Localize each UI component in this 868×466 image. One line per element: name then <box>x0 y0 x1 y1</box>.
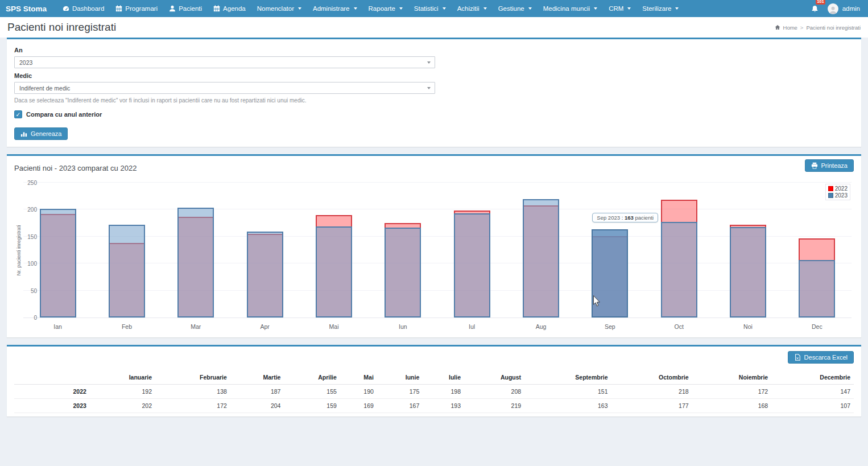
bar-2023-noi[interactable] <box>730 227 766 317</box>
download-excel-button[interactable]: Descarca Excel <box>788 351 854 364</box>
user-menu[interactable]: admin <box>828 3 860 14</box>
y-axis-tick-label: 100 <box>24 261 37 267</box>
download-excel-label: Descarca Excel <box>804 354 848 361</box>
compare-checkbox-label: Compara cu anul anterior <box>26 111 102 118</box>
chevron-down-icon <box>427 61 431 64</box>
nav-item-programari[interactable]: Programari <box>110 0 163 17</box>
nav-item-label: Sterilizare <box>642 5 671 12</box>
x-axis-tick-label: Sep <box>605 323 615 330</box>
nav-item-achizitii[interactable]: Achizitii <box>452 0 493 17</box>
table-panel: Descarca Excel IanuarieFebruarieMartieAp… <box>7 345 861 416</box>
table-cell: 159 <box>284 399 340 413</box>
calendar-icon <box>213 5 220 12</box>
table-cell: 193 <box>423 399 464 413</box>
bar-2023-apr[interactable] <box>247 232 283 317</box>
nav-item-gestiune[interactable]: Gestiune <box>493 0 538 17</box>
x-axis-tick-label: Oct <box>674 323 683 330</box>
nav-item-label: CRM <box>609 5 623 12</box>
navbar-menu: DashboardProgramariPacientiAgendaNomencl… <box>57 0 684 17</box>
tooltip-text: Sep 2023 : <box>597 215 625 221</box>
bar-2023-oct[interactable] <box>661 222 697 317</box>
report-filter-panel: An 2023 Medic Indiferent de medic Daca s… <box>7 38 861 147</box>
bar-chart-icon <box>20 130 27 137</box>
table-column-header: Aprilie <box>284 370 340 385</box>
table-cell: 202 <box>90 399 155 413</box>
table-row: 2022192138187155190175198208151218172147 <box>14 385 854 399</box>
table-cell: 169 <box>340 399 377 413</box>
print-button[interactable]: Printeaza <box>805 159 854 172</box>
gridline <box>23 290 852 291</box>
bar-2023-iun[interactable] <box>385 228 421 317</box>
nav-item-label: Medicina muncii <box>543 5 590 12</box>
nav-item-label: Programari <box>125 5 158 12</box>
medic-select[interactable]: Indiferent de medic <box>14 82 435 94</box>
gridline <box>23 209 852 209</box>
bar-2023-mar[interactable] <box>177 208 214 317</box>
nav-item-dashboard[interactable]: Dashboard <box>57 0 110 17</box>
x-axis-tick-label: Apr <box>260 323 269 330</box>
nav-item-pacienti[interactable]: Pacienti <box>163 0 208 17</box>
year-select-value: 2023 <box>19 59 32 66</box>
table-column-header: Decembrie <box>771 370 854 385</box>
tooltip-text: pacienti <box>634 215 654 221</box>
table-column-header: August <box>464 370 524 385</box>
notifications-button[interactable]: 101 <box>811 3 819 15</box>
breadcrumb-separator: > <box>800 24 804 31</box>
table-cell: 187 <box>230 385 284 399</box>
excel-file-icon <box>794 354 801 361</box>
nav-item-rapoarte[interactable]: Rapoarte <box>363 0 408 17</box>
table-column-header: Ianuarie <box>90 370 155 385</box>
chevron-down-icon <box>354 7 357 10</box>
chart-panel: Pacienti noi - 2023 comparat cu 2022 Pri… <box>7 154 861 337</box>
nav-item-administrare[interactable]: Administrare <box>307 0 363 17</box>
chevron-down-icon <box>528 7 532 10</box>
nav-item-label: Pacienti <box>179 5 202 12</box>
bar-2023-feb[interactable] <box>109 225 145 317</box>
table-corner-cell <box>14 370 90 385</box>
chevron-down-icon <box>594 7 597 10</box>
bar-2023-mai[interactable] <box>316 226 352 317</box>
compare-checkbox-row[interactable]: ✓ Compara cu anul anterior <box>14 110 854 118</box>
table-cell: 204 <box>230 399 284 413</box>
bar-2023-ian[interactable] <box>40 209 76 317</box>
nav-item-label: Statistici <box>414 5 439 12</box>
nav-item-nomenclator[interactable]: Nomenclator <box>251 0 307 17</box>
nav-item-crm[interactable]: CRM <box>603 0 636 17</box>
year-select[interactable]: 2023 <box>14 56 435 68</box>
gridline <box>23 263 852 263</box>
table-cell: 167 <box>377 399 423 413</box>
table-cell: 155 <box>284 385 340 399</box>
generate-button[interactable]: Genereaza <box>14 127 68 140</box>
table-header-row: IanuarieFebruarieMartieAprilieMaiIunieIu… <box>14 370 854 385</box>
bar-2023-iul[interactable] <box>454 213 490 317</box>
breadcrumb-home[interactable]: Home <box>783 24 797 31</box>
legend-swatch-2022 <box>828 186 833 191</box>
generate-button-label: Genereaza <box>31 130 61 137</box>
table-row-label: 2023 <box>14 399 90 413</box>
bar-2023-dec[interactable] <box>799 260 835 317</box>
table-cell: 138 <box>155 385 230 399</box>
table-cell: 172 <box>155 399 230 413</box>
compare-checkbox[interactable]: ✓ <box>14 110 22 118</box>
table-column-header: Martie <box>230 370 284 385</box>
x-axis-tick-label: Aug <box>536 323 547 330</box>
nav-item-statistici[interactable]: Statistici <box>408 0 452 17</box>
breadcrumb: Home > Pacienti noi inregistrati <box>775 24 861 31</box>
top-navbar: SPS Stoma DashboardProgramariPacientiAge… <box>0 0 868 17</box>
x-axis-tick-label: Mar <box>191 323 201 330</box>
nav-item-agenda[interactable]: Agenda <box>208 0 251 17</box>
table-column-header: Noiembrie <box>692 370 772 385</box>
table-column-header: Iunie <box>377 370 423 385</box>
nav-item-sterilizare[interactable]: Sterilizare <box>636 0 684 17</box>
navbar-right: 101 admin <box>811 0 868 17</box>
chevron-down-icon <box>443 7 446 10</box>
nav-item-medicina-muncii[interactable]: Medicina muncii <box>538 0 603 17</box>
legend-item-2022: 2022 <box>828 185 848 192</box>
bar-2023-aug[interactable] <box>523 199 559 317</box>
table-column-header: Septembrie <box>524 370 611 385</box>
chart-y-axis-label: Nr. pacienti inregistrati <box>16 225 22 276</box>
app-brand[interactable]: SPS Stoma <box>0 0 57 17</box>
table-cell: 218 <box>611 385 692 399</box>
medic-help-text: Daca se selecteaza "Indiferent de medic"… <box>14 97 854 104</box>
x-axis-tick-label: Feb <box>122 323 132 330</box>
